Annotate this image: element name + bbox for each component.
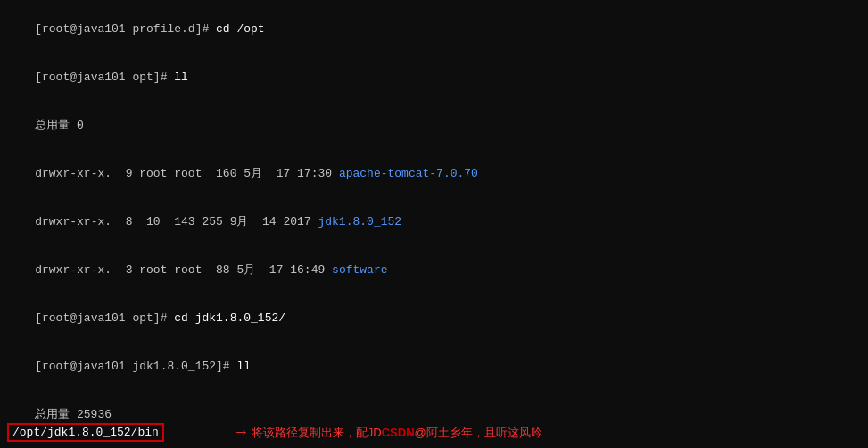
csdn-brand: CSDN [382,426,415,439]
line-jdk: drwxr-xr-x. 8 10 143 255 9月 14 2017 jdk1… [7,198,861,246]
line-ll2: [root@java101 jdk1.8.0_152]# ll [7,343,861,391]
prompt-2: [root@java101 opt]# [35,71,174,84]
bottom-path: /opt/jdk1.8.0_152/bin [12,426,159,439]
path-highlight: /opt/jdk1.8.0_152/bin [7,423,164,442]
cmd-1: cd /opt [216,22,265,36]
line-totaluse-0: 总用量 0 [7,102,861,150]
link-software: software [332,263,387,277]
line-cd-jdk: [root@java101 opt]# cd jdk1.8.0_152/ [7,295,861,343]
line-1: [root@java101 profile.d]# cd /opt [7,5,861,54]
arrow-icon: → [236,422,246,443]
annotation-text: 将该路径复制出来，配JD [252,425,382,441]
line-tomcat: drwxr-xr-x. 9 root root 160 5月 17 17:30 … [7,150,861,198]
cmd-2: ll [174,71,188,84]
annotation-suffix: @阿土乡年，且听这风吟 [415,425,542,441]
line-software: drwxr-xr-x. 3 root root 88 5月 17 16:49 s… [7,246,861,295]
prompt-1: [root@java101 profile.d]# [35,22,216,36]
terminal: [root@java101 profile.d]# cd /opt [root@… [0,0,868,448]
total-label-0: 总用量 0 [35,119,84,132]
link-tomcat: apache-tomcat-7.0.70 [339,167,478,180]
line-2: [root@java101 opt]# ll [7,54,861,102]
link-jdk: jdk1.8.0_152 [318,215,401,228]
